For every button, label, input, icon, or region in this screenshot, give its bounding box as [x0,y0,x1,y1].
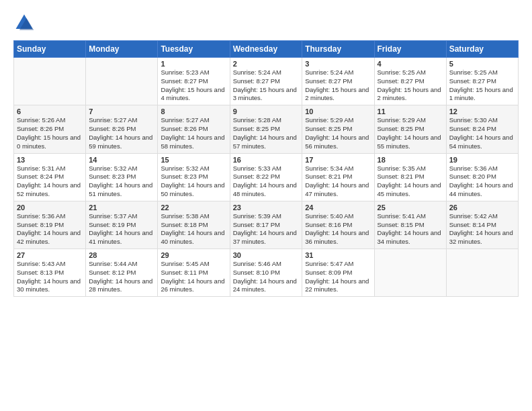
day-number: 4 [378,60,443,68]
day-number: 18 [378,156,443,164]
day-info: Sunrise: 5:35 AM Sunset: 8:21 PM Dayligh… [378,165,443,199]
day-info: Sunrise: 5:27 AM Sunset: 8:26 PM Dayligh… [161,116,226,150]
calendar-cell [374,249,446,297]
day-info: Sunrise: 5:33 AM Sunset: 8:22 PM Dayligh… [233,165,300,199]
calendar-cell: 12Sunrise: 5:30 AM Sunset: 8:24 PM Dayli… [446,105,518,153]
day-number: 7 [89,107,154,116]
calendar-cell: 10Sunrise: 5:29 AM Sunset: 8:25 PM Dayli… [302,105,374,153]
day-info: Sunrise: 5:40 AM Sunset: 8:16 PM Dayligh… [305,212,371,246]
weekday-header-row: SundayMondayTuesdayWednesdayThursdayFrid… [14,41,519,58]
weekday-tuesday: Tuesday [158,41,230,58]
weekday-sunday: Sunday [14,41,86,58]
day-info: Sunrise: 5:44 AM Sunset: 8:12 PM Dayligh… [89,260,154,294]
weekday-saturday: Saturday [446,41,518,58]
day-info: Sunrise: 5:24 AM Sunset: 8:27 PM Dayligh… [305,68,371,103]
day-info: Sunrise: 5:29 AM Sunset: 8:25 PM Dayligh… [305,116,371,150]
calendar-cell: 15Sunrise: 5:32 AM Sunset: 8:23 PM Dayli… [158,153,230,201]
day-number: 31 [305,251,371,259]
day-info: Sunrise: 5:23 AM Sunset: 8:27 PM Dayligh… [161,68,226,103]
day-info: Sunrise: 5:32 AM Sunset: 8:23 PM Dayligh… [89,165,154,199]
calendar-cell: 17Sunrise: 5:34 AM Sunset: 8:21 PM Dayli… [302,153,374,201]
day-number: 11 [378,107,443,116]
calendar-cell: 26Sunrise: 5:42 AM Sunset: 8:14 PM Dayli… [446,201,518,248]
calendar-cell [14,58,86,105]
logo [13,12,38,34]
calendar-cell: 13Sunrise: 5:31 AM Sunset: 8:24 PM Dayli… [14,153,86,201]
day-number: 16 [233,156,300,164]
calendar-cell: 23Sunrise: 5:39 AM Sunset: 8:17 PM Dayli… [230,201,302,248]
day-number: 5 [449,60,515,68]
calendar-week-2: 6Sunrise: 5:26 AM Sunset: 8:26 PM Daylig… [14,105,519,153]
day-number: 29 [161,251,226,259]
day-info: Sunrise: 5:28 AM Sunset: 8:25 PM Dayligh… [233,116,300,150]
day-number: 12 [449,107,515,116]
day-info: Sunrise: 5:24 AM Sunset: 8:27 PM Dayligh… [233,68,300,103]
day-number: 8 [161,107,226,116]
page: SundayMondayTuesdayWednesdayThursdayFrid… [0,0,532,411]
calendar-cell: 20Sunrise: 5:36 AM Sunset: 8:19 PM Dayli… [14,201,86,248]
day-info: Sunrise: 5:29 AM Sunset: 8:25 PM Dayligh… [378,116,443,150]
calendar-cell: 16Sunrise: 5:33 AM Sunset: 8:22 PM Dayli… [230,153,302,201]
day-number: 13 [17,156,83,164]
day-info: Sunrise: 5:45 AM Sunset: 8:11 PM Dayligh… [161,260,226,294]
calendar-cell: 31Sunrise: 5:47 AM Sunset: 8:09 PM Dayli… [302,249,374,297]
calendar-cell: 2Sunrise: 5:24 AM Sunset: 8:27 PM Daylig… [230,58,302,105]
day-number: 21 [89,203,154,212]
calendar-cell: 19Sunrise: 5:36 AM Sunset: 8:20 PM Dayli… [446,153,518,201]
day-info: Sunrise: 5:31 AM Sunset: 8:24 PM Dayligh… [17,165,83,199]
day-number: 1 [161,60,226,68]
day-info: Sunrise: 5:27 AM Sunset: 8:26 PM Dayligh… [89,116,154,150]
calendar-cell: 11Sunrise: 5:29 AM Sunset: 8:25 PM Dayli… [374,105,446,153]
calendar-cell: 1Sunrise: 5:23 AM Sunset: 8:27 PM Daylig… [158,58,230,105]
day-number: 23 [233,203,300,212]
day-info: Sunrise: 5:26 AM Sunset: 8:26 PM Dayligh… [17,116,83,150]
day-info: Sunrise: 5:43 AM Sunset: 8:13 PM Dayligh… [17,260,83,294]
calendar-cell: 8Sunrise: 5:27 AM Sunset: 8:26 PM Daylig… [158,105,230,153]
day-number: 6 [17,107,83,116]
day-number: 10 [305,107,371,116]
day-number: 30 [233,251,300,259]
calendar-cell: 30Sunrise: 5:46 AM Sunset: 8:10 PM Dayli… [230,249,302,297]
day-number: 17 [305,156,371,164]
day-number: 14 [89,156,154,164]
calendar-cell: 24Sunrise: 5:40 AM Sunset: 8:16 PM Dayli… [302,201,374,248]
day-number: 26 [449,203,515,212]
day-number: 15 [161,156,226,164]
day-info: Sunrise: 5:25 AM Sunset: 8:27 PM Dayligh… [449,68,515,103]
day-info: Sunrise: 5:39 AM Sunset: 8:17 PM Dayligh… [233,212,300,246]
calendar-cell [446,249,518,297]
day-number: 25 [378,203,443,212]
calendar-cell: 7Sunrise: 5:27 AM Sunset: 8:26 PM Daylig… [86,105,158,153]
day-number: 2 [233,60,300,68]
day-info: Sunrise: 5:42 AM Sunset: 8:14 PM Dayligh… [449,212,515,246]
calendar-cell: 4Sunrise: 5:25 AM Sunset: 8:27 PM Daylig… [374,58,446,105]
calendar-week-4: 20Sunrise: 5:36 AM Sunset: 8:19 PM Dayli… [14,201,519,248]
calendar-cell: 3Sunrise: 5:24 AM Sunset: 8:27 PM Daylig… [302,58,374,105]
day-number: 24 [305,203,371,212]
calendar-week-1: 1Sunrise: 5:23 AM Sunset: 8:27 PM Daylig… [14,58,519,105]
day-number: 27 [17,251,83,259]
calendar-cell: 9Sunrise: 5:28 AM Sunset: 8:25 PM Daylig… [230,105,302,153]
calendar-cell [86,58,158,105]
calendar-cell: 5Sunrise: 5:25 AM Sunset: 8:27 PM Daylig… [446,58,518,105]
weekday-wednesday: Wednesday [230,41,302,58]
calendar-cell: 29Sunrise: 5:45 AM Sunset: 8:11 PM Dayli… [158,249,230,297]
day-info: Sunrise: 5:25 AM Sunset: 8:27 PM Dayligh… [378,68,443,103]
calendar-cell: 21Sunrise: 5:37 AM Sunset: 8:19 PM Dayli… [86,201,158,248]
calendar-week-5: 27Sunrise: 5:43 AM Sunset: 8:13 PM Dayli… [14,249,519,297]
day-number: 9 [233,107,300,116]
calendar-cell: 22Sunrise: 5:38 AM Sunset: 8:18 PM Dayli… [158,201,230,248]
day-number: 22 [161,203,226,212]
weekday-thursday: Thursday [302,41,374,58]
day-info: Sunrise: 5:38 AM Sunset: 8:18 PM Dayligh… [161,212,226,246]
day-info: Sunrise: 5:34 AM Sunset: 8:21 PM Dayligh… [305,165,371,199]
day-number: 28 [89,251,154,259]
day-number: 19 [449,156,515,164]
header [13,12,519,34]
day-info: Sunrise: 5:47 AM Sunset: 8:09 PM Dayligh… [305,260,371,294]
day-info: Sunrise: 5:41 AM Sunset: 8:15 PM Dayligh… [378,212,443,246]
weekday-monday: Monday [86,41,158,58]
day-info: Sunrise: 5:36 AM Sunset: 8:20 PM Dayligh… [449,165,515,199]
calendar-table: SundayMondayTuesdayWednesdayThursdayFrid… [13,40,519,297]
day-info: Sunrise: 5:37 AM Sunset: 8:19 PM Dayligh… [89,212,154,246]
